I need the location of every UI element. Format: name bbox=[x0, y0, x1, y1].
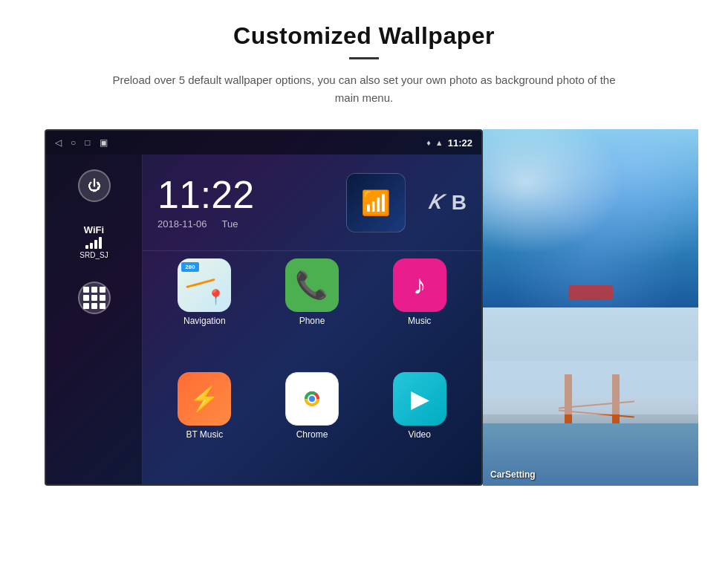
carsetting-label: CarSetting bbox=[490, 469, 536, 480]
music-symbol: ♪ bbox=[413, 270, 426, 301]
wifi-bar-4 bbox=[99, 237, 102, 249]
bt-music-icon: ⚡ bbox=[178, 372, 231, 426]
music-icon: ♪ bbox=[393, 258, 446, 312]
device-indicator bbox=[568, 285, 613, 300]
screenshot-nav-icon[interactable]: ▣ bbox=[100, 137, 108, 148]
main-content: ◁ ○ □ ▣ ♦ ▲ 11:22 ⏻ bbox=[45, 129, 683, 486]
music-label: Music bbox=[408, 316, 431, 326]
letter-k-icon: 𝘒 bbox=[428, 190, 441, 215]
app-grid: 280 📍 Navigation 📞 Phone bbox=[143, 251, 481, 486]
app-music[interactable]: ♪ Music bbox=[368, 258, 470, 366]
apps-grid-icon bbox=[83, 287, 105, 309]
wifi-widget[interactable]: 📶 bbox=[346, 173, 406, 232]
chrome-label: Chrome bbox=[296, 429, 328, 440]
status-right: ♦ ▲ 11:22 bbox=[426, 137, 472, 149]
status-left: ◁ ○ □ ▣ bbox=[55, 137, 108, 148]
wifi-bar-2 bbox=[90, 243, 93, 249]
date-value: 2018-11-06 bbox=[157, 218, 207, 230]
status-bar: ◁ ○ □ ▣ ♦ ▲ 11:22 bbox=[46, 131, 481, 154]
navigation-icon: 280 📍 bbox=[178, 258, 231, 312]
sidebar: ⏻ WiFi SRD_SJ bbox=[46, 154, 143, 486]
signal-icon: ▲ bbox=[435, 138, 443, 147]
svg-point-4 bbox=[309, 396, 315, 402]
status-time: 11:22 bbox=[448, 137, 472, 149]
phone-icon: 📞 bbox=[285, 258, 339, 312]
letter-b-icon: B bbox=[452, 191, 467, 215]
apps-button[interactable] bbox=[78, 282, 111, 314]
location-icon: ♦ bbox=[426, 138, 431, 147]
wifi-bars bbox=[85, 237, 102, 249]
recents-nav-icon[interactable]: □ bbox=[85, 137, 90, 148]
bt-music-label: BT Music bbox=[186, 429, 223, 440]
clock-time: 11:22 bbox=[157, 175, 331, 214]
bluetooth-symbol: ⚡ bbox=[189, 385, 219, 413]
screen-body: ⏻ WiFi SRD_SJ bbox=[46, 154, 481, 486]
wifi-bar-1 bbox=[85, 245, 88, 249]
map-badge: 280 bbox=[181, 262, 198, 272]
wifi-widget-icon: 📶 bbox=[361, 189, 391, 217]
app-video[interactable]: ▶ Video bbox=[368, 372, 470, 480]
clock-area: 11:22 2018-11-06 Tue 📶 𝘒 B bbox=[143, 154, 481, 251]
page-title: Customized Wallpaper bbox=[233, 22, 495, 50]
app-navigation[interactable]: 280 📍 Navigation bbox=[154, 258, 256, 366]
clock-date: 2018-11-06 Tue bbox=[157, 218, 331, 230]
bridge-fog bbox=[483, 361, 698, 414]
wifi-info: WiFi SRD_SJ bbox=[79, 224, 108, 259]
app-phone[interactable]: 📞 Phone bbox=[261, 258, 363, 366]
clock-info: 11:22 2018-11-06 Tue bbox=[157, 175, 331, 230]
page-description: Preload over 5 default wallpaper options… bbox=[111, 71, 617, 107]
ice-texture bbox=[483, 129, 698, 307]
android-screen: ◁ ○ □ ▣ ♦ ▲ 11:22 ⏻ bbox=[45, 129, 483, 486]
power-icon: ⏻ bbox=[88, 178, 101, 194]
video-icon: ▶ bbox=[393, 372, 446, 426]
wallpaper-thumb-ice[interactable] bbox=[483, 129, 698, 307]
app-bt-music[interactable]: ⚡ BT Music bbox=[154, 372, 256, 480]
wallpaper-panel: CarSetting bbox=[483, 129, 698, 486]
letter-icons: 𝘒 B bbox=[420, 190, 467, 215]
home-nav-icon[interactable]: ○ bbox=[71, 137, 76, 148]
video-label: Video bbox=[408, 429, 430, 440]
wallpaper-thumb-bridge[interactable]: CarSetting bbox=[483, 307, 698, 486]
wifi-bar-3 bbox=[94, 240, 97, 249]
map-pin: 📍 bbox=[207, 288, 225, 306]
wifi-ssid: SRD_SJ bbox=[79, 251, 108, 259]
phone-label: Phone bbox=[299, 316, 325, 326]
bridge-scene bbox=[483, 307, 698, 486]
wifi-label: WiFi bbox=[84, 224, 104, 235]
main-area: 11:22 2018-11-06 Tue 📶 𝘒 B bbox=[143, 154, 481, 486]
chrome-svg bbox=[296, 383, 328, 415]
power-button[interactable]: ⏻ bbox=[78, 169, 111, 202]
title-divider bbox=[349, 57, 379, 59]
video-symbol: ▶ bbox=[411, 386, 428, 412]
navigation-label: Navigation bbox=[183, 316, 226, 326]
app-chrome[interactable]: Chrome bbox=[261, 372, 363, 480]
chrome-icon bbox=[285, 372, 339, 426]
back-nav-icon[interactable]: ◁ bbox=[55, 137, 62, 148]
page-container: Customized Wallpaper Preload over 5 defa… bbox=[0, 0, 728, 563]
map-road bbox=[186, 279, 215, 288]
phone-symbol: 📞 bbox=[295, 270, 328, 301]
day-value: Tue bbox=[222, 218, 238, 230]
